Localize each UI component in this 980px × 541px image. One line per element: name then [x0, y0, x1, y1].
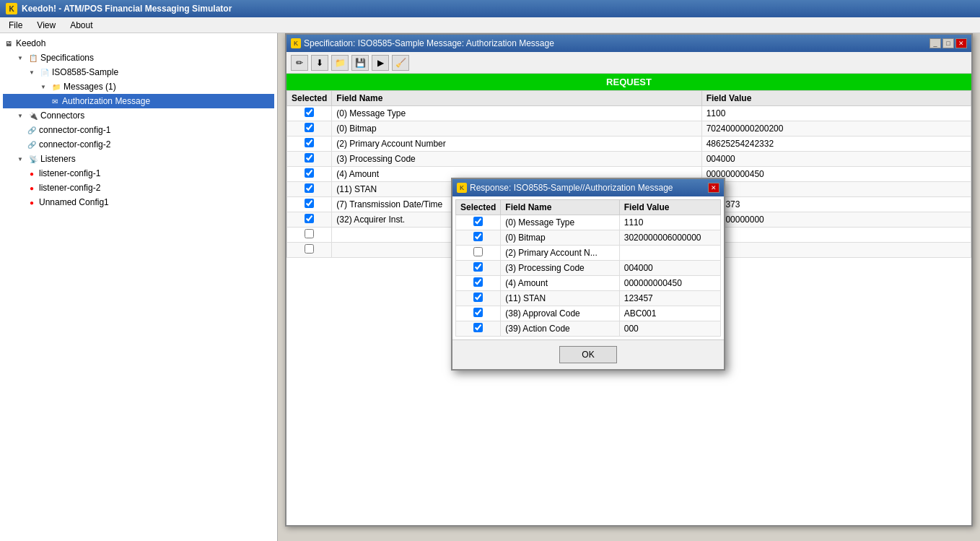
- spec-row-selected-5[interactable]: [287, 182, 332, 197]
- spec-row-field-value-8: [701, 228, 971, 243]
- spec-checkbox-7[interactable]: [305, 214, 314, 223]
- expand-icon-conn: ▼: [14, 110, 26, 121]
- resp-row-selected-1[interactable]: [456, 230, 501, 246]
- open-button[interactable]: 📁: [331, 55, 349, 71]
- spec-checkbox-8[interactable]: [305, 229, 314, 238]
- spec-row-selected-1[interactable]: [287, 121, 332, 137]
- tree-item-iso[interactable]: ▼ 📄 ISO8585-Sample: [3, 65, 274, 79]
- minimize-button[interactable]: _: [929, 38, 941, 48]
- spec-checkbox-2[interactable]: [305, 138, 314, 147]
- menu-file[interactable]: File: [3, 19, 28, 32]
- request-banner: REQUEST: [286, 74, 971, 90]
- spec-row-selected-9[interactable]: [287, 243, 332, 258]
- table-row: (2) Primary Account Number 4862525424233…: [287, 137, 971, 152]
- resp-row-selected-4[interactable]: [456, 276, 501, 291]
- tree-item-connector2[interactable]: 🔗 connector-config-2: [3, 137, 274, 152]
- tree-unnamed-label: Unnamed Config1: [39, 197, 274, 207]
- download-button[interactable]: ⬇: [311, 55, 328, 71]
- resp-row-selected-2[interactable]: [456, 246, 501, 261]
- resp-row-field-value-5: 123457: [619, 291, 720, 306]
- resp-checkbox-1[interactable]: [473, 232, 483, 241]
- tree-item-specifications[interactable]: ▼ 📋 Specifications: [3, 51, 274, 65]
- spec-title-controls: _ □ ✕: [929, 38, 967, 48]
- resp-row-field-value-2: [619, 246, 720, 261]
- tree-item-listener1[interactable]: ● listener-config-1: [3, 166, 274, 181]
- resp-row-field-value-0: 1110: [619, 215, 720, 230]
- resp-row-selected-5[interactable]: [456, 291, 501, 306]
- spec-checkbox-3[interactable]: [305, 153, 314, 163]
- resp-checkbox-0[interactable]: [473, 217, 483, 226]
- resp-row-field-name-4: (4) Amount: [501, 276, 619, 291]
- spec-checkbox-5[interactable]: [305, 183, 314, 193]
- resp-checkbox-6[interactable]: [473, 308, 483, 317]
- tree-item-messages[interactable]: ▼ 📁 Messages (1): [3, 79, 274, 94]
- spec-row-selected-4[interactable]: [287, 167, 332, 182]
- spec-window-icon: K: [291, 38, 301, 48]
- tree-item-root[interactable]: 🖥 Keedoh: [3, 36, 274, 51]
- resp-row-field-name-2: (2) Primary Account N...: [501, 246, 619, 261]
- spec-row-field-name-3: (3) Processing Code: [332, 152, 701, 167]
- expand-icon: ▼: [14, 52, 26, 64]
- menu-about[interactable]: About: [64, 19, 98, 32]
- spec-row-selected-8[interactable]: [287, 228, 332, 243]
- table-row: (0) Bitmap 7024000000200200: [287, 121, 971, 137]
- resp-row-selected-0[interactable]: [456, 215, 501, 230]
- listener1-icon: ●: [26, 168, 38, 179]
- tree-item-listener2[interactable]: ● listener-config-2: [3, 181, 274, 195]
- spec-row-field-value-5: 57: [701, 182, 971, 197]
- main-layout: 🖥 Keedoh ▼ 📋 Specifications ▼ 📄 ISO8585-…: [0, 33, 980, 541]
- resp-row-selected-3[interactable]: [456, 261, 501, 276]
- dialog-close-button[interactable]: ✕: [708, 183, 719, 193]
- spec-row-selected-2[interactable]: [287, 137, 332, 152]
- resp-col-selected: Selected: [456, 200, 501, 215]
- auth-message-icon: ✉: [49, 95, 61, 107]
- spec-row-selected-6[interactable]: [287, 197, 332, 212]
- tree-item-listeners[interactable]: ▼ 📡 Listeners: [3, 152, 274, 166]
- resp-checkbox-2[interactable]: [473, 247, 483, 256]
- tree-item-unnamed[interactable]: ● Unnamed Config1: [3, 195, 274, 209]
- edit-button[interactable]: ✏: [291, 55, 308, 71]
- resp-checkbox-7[interactable]: [473, 323, 483, 332]
- clear-button[interactable]: 🧹: [392, 55, 409, 71]
- resp-row-selected-6[interactable]: [456, 306, 501, 321]
- restore-button[interactable]: □: [942, 38, 954, 48]
- col-field-value: Field Value: [701, 91, 971, 106]
- spec-checkbox-9[interactable]: [305, 244, 314, 254]
- tree-connectors-label: Connectors: [40, 111, 274, 121]
- resp-checkbox-4[interactable]: [473, 277, 483, 287]
- response-table: Selected Field Name Field Value (0) Mess…: [455, 199, 721, 337]
- dialog-title-bar: K Response: ISO8585-Sample//Authorizatio…: [452, 179, 724, 196]
- tree-item-connector1[interactable]: 🔗 connector-config-1: [3, 123, 274, 137]
- save-button[interactable]: 💾: [351, 55, 369, 71]
- spec-checkbox-4[interactable]: [305, 168, 314, 178]
- tree-listeners-label: Listeners: [40, 154, 274, 164]
- resp-checkbox-3[interactable]: [473, 262, 483, 272]
- tree-connector1-label: connector-config-1: [39, 125, 274, 135]
- spec-checkbox-6[interactable]: [305, 199, 314, 208]
- resp-row-field-value-1: 3020000006000000: [619, 230, 720, 246]
- spec-row-field-value-2: 48625254242332: [701, 137, 971, 152]
- tree-item-connectors[interactable]: ▼ 🔌 Connectors: [3, 108, 274, 123]
- messages-icon: 📁: [51, 81, 62, 92]
- spec-row-selected-3[interactable]: [287, 152, 332, 167]
- spec-checkbox-1[interactable]: [305, 123, 314, 132]
- spec-row-selected-7[interactable]: [287, 212, 332, 228]
- response-table-row: (0) Bitmap 3020000006000000: [456, 230, 721, 246]
- resp-row-field-name-1: (0) Bitmap: [501, 230, 619, 246]
- connector2-icon: 🔗: [26, 139, 38, 150]
- spec-row-field-value-6: 1928373: [701, 197, 971, 212]
- spec-checkbox-0[interactable]: [305, 108, 314, 117]
- run-button[interactable]: ▶: [372, 55, 389, 71]
- resp-col-field-value: Field Value: [619, 200, 720, 215]
- resp-row-field-name-0: (0) Message Type: [501, 215, 619, 230]
- resp-checkbox-5[interactable]: [473, 293, 483, 302]
- spec-row-selected-0[interactable]: [287, 106, 332, 121]
- close-button[interactable]: ✕: [955, 38, 967, 48]
- menu-view[interactable]: View: [31, 19, 61, 32]
- dialog-title: Response: ISO8585-Sample//Authorization …: [470, 183, 673, 193]
- ok-button[interactable]: OK: [559, 346, 617, 363]
- tree-item-auth-message[interactable]: ✉ Authorization Message: [3, 94, 274, 108]
- response-table-row: (2) Primary Account N...: [456, 246, 721, 261]
- resp-row-selected-7[interactable]: [456, 321, 501, 337]
- resp-row-field-name-5: (11) STAN: [501, 291, 619, 306]
